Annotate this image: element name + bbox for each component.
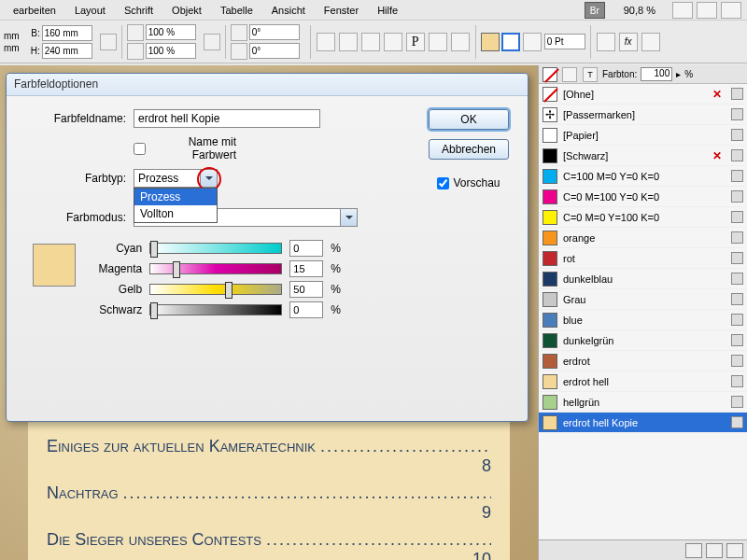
select-content-icon[interactable] [384, 33, 402, 51]
swatch-list[interactable]: [Ohne]✕✢[Passermarken][Papier][Schwarz]✕… [539, 84, 747, 539]
constrain-icon[interactable] [100, 34, 117, 50]
name-with-value-label: Name mit Farbwert [149, 135, 236, 161]
swatch-type-icon [731, 170, 743, 182]
flip-v-icon[interactable] [339, 33, 358, 51]
swatch-chip [543, 148, 557, 163]
swatch-row[interactable]: erdrot [539, 351, 747, 371]
swatch-row[interactable]: dunkelgrün [539, 330, 747, 351]
swatch-chip [543, 333, 557, 348]
slider-track[interactable] [149, 284, 282, 295]
swatch-row[interactable]: dunkelblau [539, 269, 747, 289]
slider-value-input[interactable] [289, 301, 323, 318]
screen-mode-icon[interactable] [697, 2, 717, 19]
menu-window[interactable]: Fenster [315, 3, 368, 18]
height-field[interactable] [42, 43, 92, 59]
new-swatch-icon[interactable] [706, 543, 723, 558]
color-type-option-vollton[interactable]: Vollton [134, 205, 217, 222]
swatch-row[interactable]: blue [539, 310, 747, 330]
stroke-weight-field[interactable] [544, 34, 585, 49]
dropdown-arrow-icon[interactable] [200, 170, 217, 187]
slider-track[interactable] [149, 263, 282, 274]
width-field[interactable] [42, 25, 92, 41]
swatch-label: rot [563, 253, 724, 264]
swatch-row[interactable]: rot [539, 248, 747, 269]
swatch-row[interactable]: erdrot hell Kopie [539, 413, 747, 433]
stroke-swatch[interactable] [501, 33, 520, 51]
formatting-container-icon[interactable] [562, 67, 577, 82]
slider-track[interactable] [149, 304, 282, 315]
swatch-row[interactable]: orange [539, 228, 747, 248]
view-options-icon[interactable] [672, 2, 693, 19]
formatting-text-icon[interactable]: T [583, 67, 598, 82]
constrain-scale-icon[interactable] [204, 34, 220, 50]
ok-button[interactable]: OK [429, 109, 509, 130]
text-wrap-icon[interactable] [429, 33, 447, 51]
menu-object[interactable]: Objekt [162, 3, 211, 18]
swatch-row[interactable]: hellgrün [539, 392, 747, 413]
effects-icon[interactable] [597, 33, 615, 51]
corner-icon[interactable] [451, 33, 470, 51]
swatch-type-icon [731, 375, 743, 387]
name-with-value-input[interactable] [134, 143, 146, 155]
select-container-icon[interactable] [361, 33, 380, 51]
menu-edit[interactable]: earbeiten [4, 3, 65, 18]
slider-knob[interactable] [225, 282, 233, 299]
show-swatch-kinds-icon[interactable] [685, 543, 702, 558]
swatch-chip [543, 231, 557, 245]
zoom-level[interactable]: 90,8 % [614, 3, 665, 18]
fx-icon[interactable]: fx [619, 33, 638, 51]
menu-table[interactable]: Tabelle [211, 3, 262, 18]
color-type-value: Prozess [138, 172, 178, 185]
swatch-row[interactable]: C=0 M=0 Y=100 K=0 [539, 207, 747, 228]
tint-field[interactable]: 100 [641, 67, 672, 81]
swatch-label: orange [563, 232, 724, 244]
bridge-icon[interactable]: Br [585, 2, 605, 19]
preview-checkbox-input[interactable] [437, 177, 449, 189]
scale-x-field[interactable] [146, 24, 196, 40]
color-type-dropdown[interactable]: Prozess [134, 169, 218, 188]
cancel-button[interactable]: Abbrechen [429, 139, 509, 160]
slider-knob[interactable] [150, 241, 158, 258]
color-type-option-prozess[interactable]: Prozess [134, 189, 217, 205]
pct-label: % [331, 303, 341, 316]
fill-none-indicator[interactable] [543, 67, 557, 82]
slider-label: Cyan [92, 242, 142, 255]
menu-view[interactable]: Ansicht [262, 3, 315, 18]
pct-label: % [331, 283, 341, 296]
slider-value-input[interactable] [289, 281, 323, 298]
swatch-row[interactable]: [Ohne]✕ [539, 84, 747, 105]
menu-font[interactable]: Schrift [115, 3, 162, 18]
swatch-row[interactable]: Grau [539, 289, 747, 310]
stroke-weight-icon [523, 33, 542, 51]
scale-y-field[interactable] [146, 43, 196, 59]
shear-field[interactable] [249, 43, 300, 59]
paragraph-style-icon[interactable] [641, 33, 660, 51]
swatch-row[interactable]: C=100 M=0 Y=0 K=0 [539, 166, 747, 187]
name-with-value-checkbox[interactable]: Name mit Farbwert [134, 135, 236, 161]
slider-value-input[interactable] [289, 240, 323, 257]
tint-arrow-icon[interactable]: ▸ [676, 69, 681, 79]
slider-knob[interactable] [173, 261, 180, 278]
slider-knob[interactable] [150, 302, 158, 319]
swatch-row[interactable]: ✢[Passermarken] [539, 105, 747, 125]
swatch-row[interactable]: C=0 M=100 Y=0 K=0 [539, 187, 747, 207]
delete-swatch-icon[interactable] [726, 543, 743, 558]
dropdown-arrow-icon[interactable] [340, 209, 357, 226]
color-type-options[interactable]: Prozess Vollton [134, 188, 218, 223]
swatch-name-input[interactable] [134, 109, 320, 128]
swatch-row[interactable]: [Schwarz]✕ [539, 146, 747, 166]
arrange-icon[interactable] [721, 2, 741, 19]
rotate-field[interactable] [249, 24, 300, 40]
swatch-row[interactable]: [Papier] [539, 125, 747, 146]
slider-value-input[interactable] [289, 260, 323, 277]
swatch-type-icon [731, 252, 743, 264]
color-preview-swatch [33, 244, 76, 287]
paragraph-icon[interactable]: P [406, 33, 425, 51]
menu-help[interactable]: Hilfe [368, 3, 407, 18]
swatch-row[interactable]: erdrot hell [539, 371, 747, 392]
flip-h-icon[interactable] [317, 33, 335, 51]
slider-track[interactable] [149, 243, 282, 254]
fill-swatch[interactable] [481, 33, 500, 51]
preview-checkbox[interactable]: Vorschau [437, 176, 500, 189]
menu-layout[interactable]: Layout [65, 3, 115, 18]
